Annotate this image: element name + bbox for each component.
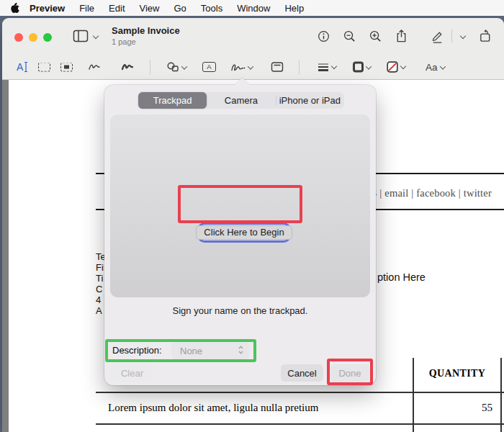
text-fragment: C bbox=[96, 284, 102, 294]
text-fragment: 4 bbox=[96, 294, 101, 305]
clear-button[interactable]: Clear bbox=[111, 365, 153, 382]
table-row-rule bbox=[96, 392, 504, 393]
caption-fragment: ption Here bbox=[377, 271, 426, 283]
text-fragment: Ti bbox=[96, 273, 103, 284]
table-row-quantity: 55 bbox=[413, 402, 492, 414]
table-row-rule bbox=[96, 423, 504, 425]
signature-source-tabs: Trackpad Camera iPhone or iPad bbox=[138, 92, 344, 109]
green-annotation-box-description bbox=[105, 339, 256, 362]
tab-iphone-or-ipad[interactable]: iPhone or iPad bbox=[276, 92, 344, 109]
text-fragment: Fi bbox=[96, 262, 104, 273]
tab-label: iPhone or iPad bbox=[279, 95, 341, 106]
click-here-to-begin-button[interactable]: Click Here to Begin bbox=[196, 225, 292, 240]
tab-camera[interactable]: Camera bbox=[207, 92, 275, 109]
red-annotation-box-begin bbox=[178, 185, 302, 223]
cancel-button[interactable]: Cancel bbox=[281, 364, 323, 382]
blue-annotation-ring: Click Here to Begin bbox=[197, 222, 291, 243]
table-header-quantity: QUANTITY bbox=[413, 368, 501, 379]
segment-divider bbox=[276, 96, 276, 105]
text-fragment: A bbox=[96, 305, 102, 316]
tab-trackpad[interactable]: Trackpad bbox=[138, 92, 207, 109]
red-annotation-box-done bbox=[327, 359, 373, 385]
trackpad-instruction: Sign your name on the trackpad. bbox=[104, 305, 376, 316]
contact-info-fragment: 4 | email | facebook | twitter bbox=[372, 187, 492, 199]
table-row-description: Lorem ipsum dolor sit amet, ligula nulla… bbox=[108, 402, 318, 414]
